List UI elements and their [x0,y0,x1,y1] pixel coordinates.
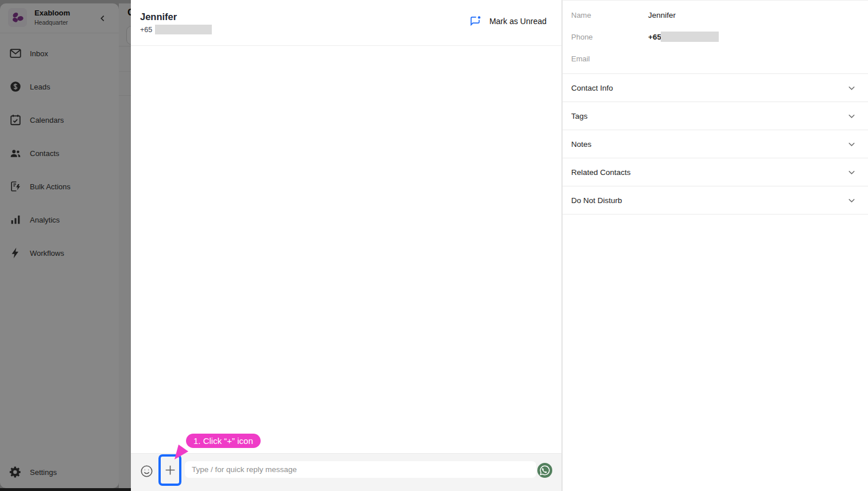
sidebar-item-contacts[interactable]: Contacts [0,137,119,170]
chat-contact-phone: +65 [140,25,212,34]
chat-contact-name: Jennifer [140,11,177,22]
sidebar-nav: Inbox Leads Calendars Contacts [0,37,119,270]
message-input[interactable] [185,461,536,478]
divider [119,71,131,72]
phone-prefix: +65 [140,26,152,34]
field-value-phone: +65 [648,33,661,41]
field-label-phone: Phone [571,33,593,41]
section-label: Notes [571,140,591,149]
sidebar-item-label: Inbox [30,49,48,58]
section-label: Do Not Disturb [571,196,622,205]
phone-redaction-bar [155,25,212,34]
chevron-down-icon [847,168,856,177]
exabloom-logo [8,8,27,27]
section-label: Tags [571,112,588,120]
section-contact-info[interactable]: Contact Info [563,74,868,102]
field-label-email: Email [571,54,590,63]
settings-gear-icon [9,466,22,478]
analytics-icon [9,213,22,226]
flower-logo-icon [10,10,25,25]
section-related-contacts[interactable]: Related Contacts [563,158,868,186]
chevron-down-icon [847,140,856,149]
sidebar-item-label: Leads [30,83,50,91]
chat-panel: Jennifer +65 Mark as Unread 1. Click “+”… [131,0,562,491]
chat-header: Jennifer +65 Mark as Unread [131,0,561,46]
sidebar-item-settings[interactable]: Settings [0,460,119,484]
sidebar-item-inbox[interactable]: Inbox [0,37,119,70]
section-notes[interactable]: Notes [563,130,868,158]
chevron-left-icon [99,14,107,22]
sidebar: Exabloom Headquarter Inbox Leads [0,3,119,488]
sidebar-item-label: Settings [30,468,57,477]
mark-as-unread-button[interactable]: Mark as Unread [470,15,547,27]
smiley-icon [140,465,153,478]
field-value-name: Jennifer [648,11,676,20]
mark-unread-label: Mark as Unread [489,17,547,26]
sidebar-item-label: Workflows [30,249,64,258]
phone-redaction-bar [661,32,719,42]
section-label: Contact Info [571,84,613,92]
workspace-header: Exabloom Headquarter [0,3,119,33]
section-tags[interactable]: Tags [563,102,868,130]
inbox-icon [9,47,22,60]
whatsapp-icon [537,463,552,478]
annotation-arrow [172,444,189,462]
collapse-sidebar-button[interactable] [96,12,109,25]
workspace-subtitle: Headquarter [34,19,68,26]
contacts-icon [9,147,22,159]
contact-details-panel: Name Jennifer Phone +65 Email Contact In… [562,0,868,491]
sidebar-item-analytics[interactable]: Analytics [0,203,119,236]
leads-icon [9,80,22,93]
chevron-down-icon [847,196,856,205]
annotation-step-badge: 1. Click “+” icon [186,434,261,448]
section-do-not-disturb[interactable]: Do Not Disturb [563,186,868,215]
sidebar-item-label: Analytics [30,216,60,224]
field-label-name: Name [571,11,591,20]
sidebar-item-workflows[interactable]: Workflows [0,236,119,270]
workflows-icon [9,247,22,259]
sidebar-item-leads[interactable]: Leads [0,70,119,103]
conversations-search-input[interactable] [126,26,131,45]
chevron-down-icon [847,112,856,120]
chevron-down-icon [847,84,856,92]
sidebar-item-calendars[interactable]: Calendars [0,103,119,137]
left-region: Exabloom Headquarter Inbox Leads [0,0,131,491]
window-edge [0,488,131,491]
calendars-icon [9,114,22,126]
sidebar-item-label: Contacts [30,149,59,158]
conversations-panel-edge: C [119,3,131,488]
bulk-actions-icon [9,180,22,193]
section-label: Related Contacts [571,168,631,177]
emoji-button[interactable] [140,465,153,478]
divider [119,46,131,46]
plus-icon [164,464,176,476]
sidebar-item-label: Calendars [30,116,64,124]
sidebar-item-bulk-actions[interactable]: Bulk Actions [0,170,119,203]
sidebar-item-label: Bulk Actions [30,182,71,191]
workspace-name: Exabloom [34,9,70,17]
composer-bar [131,453,561,491]
divider [119,95,131,96]
whatsapp-channel-button[interactable] [537,463,552,478]
mark-unread-icon [470,15,482,27]
